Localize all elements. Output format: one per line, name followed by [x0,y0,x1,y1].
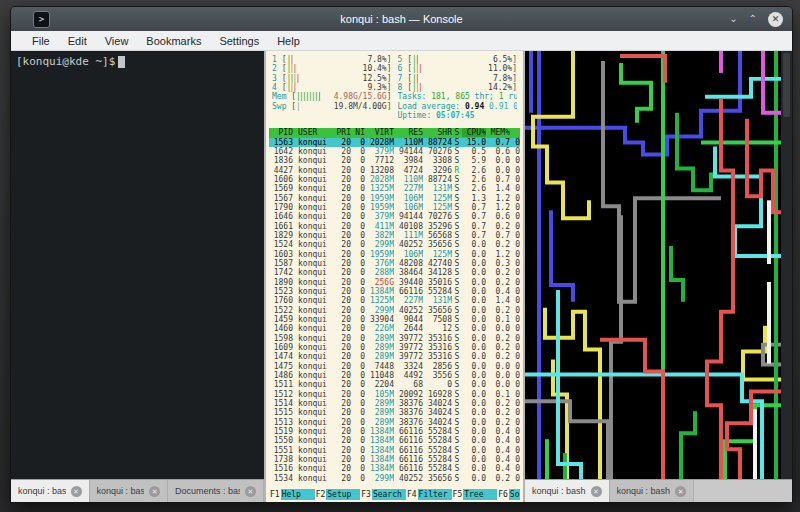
process-row[interactable]: 1836konqui200771239843308S5.90.00 [269,156,520,165]
scrollbar-thumb[interactable] [783,53,790,117]
process-row[interactable]: 1550konqui2001384M6611655284S0.00.40 [269,436,520,445]
column-header-PID[interactable]: PID [269,128,293,137]
process-row[interactable]: 1511konqui2002204680S0.00.00 [269,380,520,389]
process-row[interactable]: 1661konqui200411M4010835296S0.70.20 [269,222,520,231]
tab-label: konqui : bash [532,486,586,496]
tab[interactable]: Documents : bash✕ [168,480,264,502]
menu-item-file[interactable]: File [23,35,59,47]
process-row[interactable]: 1524konqui200299M4025235656S0.00.20 [269,240,520,249]
process-row[interactable]: 1606konqui2002028M110M88724S2.60.70 [269,175,520,184]
fkey-f2[interactable]: F2Setup [315,489,361,500]
process-row[interactable]: 1514konqui200289M3837634024S0.00.20 [269,399,520,408]
tab[interactable]: konqui : bash✕ [610,480,695,502]
konsole-window: > konqui : bash — Konsole ⌄ ⌃ ✕ FileEdit… [10,6,793,503]
tab-label: Documents : bash [175,486,240,496]
column-header-RES[interactable]: RES [394,128,423,137]
process-row[interactable]: 1522konqui200299M4025235656S0.00.20 [269,306,520,315]
process-row[interactable]: 1513konqui200289M3837634024S0.00.20 [269,417,520,426]
process-row[interactable]: 1475konqui200744833242856S0.00.00 [269,362,520,371]
process-row[interactable]: 1646konqui200379M9414470276S0.70.60 [269,212,520,221]
uptime-line: Uptime: 05:07:45 [398,111,518,120]
tasks-line: Tasks: 181, 865 thr; 1 runni [398,92,518,101]
tab-close-icon[interactable]: ✕ [675,486,686,497]
process-row[interactable]: 1534konqui200299M4025235656S0.00.20 [269,473,520,482]
process-row[interactable]: 1742konqui200288M3846434128S0.00.20 [269,268,520,277]
minimize-icon[interactable]: ⌄ [729,14,737,24]
tab-close-icon[interactable]: ✕ [71,486,82,497]
terminal-pane[interactable]: [konqui@kde ~]$ [11,51,264,479]
fkey-f1[interactable]: F1Help [269,489,315,500]
fkey-f4[interactable]: F4Filter [406,489,452,500]
tab-close-icon[interactable]: ✕ [591,486,602,497]
tab[interactable]: konqui : bash✕ [525,480,610,502]
process-row[interactable]: 1609konqui200289M3977235316S0.00.20 [269,343,520,352]
process-row[interactable]: 1519konqui2001384M6611655284S0.00.40 [269,427,520,436]
process-row[interactable]: 1760konqui2001325M227M131MS0.01.40 [269,296,520,305]
cpu-meter-5: 5 [||6.5%] [398,55,518,64]
desktop: > konqui : bash — Konsole ⌄ ⌃ ✕ FileEdit… [0,0,800,512]
column-header-NI[interactable]: NI [351,128,365,137]
process-row[interactable]: 1829konqui200382M111M56568S0.70.70 [269,231,520,240]
column-header-CPU%[interactable]: CPU% [462,128,486,137]
menu-item-view[interactable]: View [96,35,138,47]
tab-close-icon[interactable]: ✕ [149,486,160,497]
process-table-header[interactable]: PIDUSERPRINIVIRTRESSHRSCPU%MEM% [269,128,520,137]
process-row[interactable]: 1603konqui2001959M106M125MS0.01.20 [269,250,520,259]
process-row[interactable]: 4427konqui2001320847243296R2.60.00 [269,166,520,175]
process-row[interactable]: 1515konqui200289M3837634024S0.00.20 [269,408,520,417]
column-header-VIRT[interactable]: VIRT [365,128,394,137]
fkey-f6[interactable]: F6SortBy [497,489,520,500]
tab[interactable]: konqui : bash✕ [90,480,169,502]
process-row[interactable]: 1523konqui2001384M6611655284S0.00.40 [269,287,520,296]
process-row[interactable]: 1890konqui200256G3944035016S0.00.20 [269,278,520,287]
tab[interactable]: konqui : bash✕ [11,480,90,502]
column-header-PRI[interactable]: PRI [332,128,351,137]
process-row[interactable]: 1598konqui200289M3977235316S0.00.20 [269,334,520,343]
column-header-S[interactable]: S [452,128,462,137]
process-row[interactable]: 1474konqui200289M3977235316S0.00.20 [269,352,520,361]
process-row[interactable]: 1516konqui2001384M6611655284S0.00.40 [269,464,520,473]
titlebar[interactable]: > konqui : bash — Konsole ⌄ ⌃ ✕ [11,7,792,31]
window-content: [konqui@kde ~]$ konqui : bash✕konqui : b… [11,51,792,502]
process-row[interactable]: 1567konqui2001959M106M125MS1.31.20 [269,194,520,203]
cpu-meter-3: 3 [||||12.5%] [272,74,392,83]
pipes-scrollbar[interactable] [781,51,792,479]
process-row[interactable]: 1642konqui200379M9414470276S0.50.60 [269,147,520,156]
process-row[interactable]: 1460konqui200226M264412S0.00.00 [269,324,520,333]
menu-item-help[interactable]: Help [268,35,309,47]
process-row[interactable]: 1486konqui2001104844923556S0.00.00 [269,371,520,380]
menu-item-bookmarks[interactable]: Bookmarks [137,35,210,47]
cpu-meter-2: 2 [|||10.4%] [272,64,392,73]
process-row[interactable]: 1459konqui2003390490447508S0.00.10 [269,315,520,324]
column-header-SHR[interactable]: SHR [423,128,452,137]
fkey-f3[interactable]: F3Search [360,489,406,500]
pipes-art [525,51,781,479]
tab-label: konqui : bash [617,486,671,496]
window-controls: ⌄ ⌃ ✕ [729,7,783,31]
process-row[interactable]: 1563konqui2002028M110M88724S15.00.70 [269,138,520,147]
menu-item-settings[interactable]: Settings [210,35,268,47]
tab-label: konqui : bash [97,486,145,496]
process-row[interactable]: 1738konqui2001384M6611655284S0.00.40 [269,455,520,464]
tab-close-icon[interactable]: ✕ [245,486,256,497]
memory-meter: Mem [||||||||4.98G/15.6G] [272,92,392,101]
maximize-icon[interactable]: ⌃ [749,14,757,24]
left-tabbar: konqui : bash✕konqui : bash✕Documents : … [11,479,264,502]
process-row[interactable]: 1512konqui200105M2009216928S0.00.10 [269,389,520,398]
column-header-MEM%[interactable]: MEM% [486,128,510,137]
terminal-cursor [118,56,125,68]
function-key-bar: F1HelpF2SetupF3SearchF4FilterF5TreeF6Sor… [269,489,520,500]
process-row[interactable]: 1790konqui2001959M106M125MS0.71.20 [269,203,520,212]
swap-meter: Swp [|19.8M/4.00G] [272,102,392,111]
process-row[interactable]: 1551konqui2001384M6611655284S0.00.40 [269,445,520,454]
process-row[interactable]: 1587konqui200376M4820842740S0.00.30 [269,259,520,268]
menu-item-edit[interactable]: Edit [59,35,96,47]
middle-split: 1 [||7.8%]2 [|||10.4%]3 [||||12.5%]4 [||… [266,51,525,502]
pipes-pane[interactable] [525,51,792,479]
column-header-USER[interactable]: USER [293,128,332,137]
process-row[interactable]: 1569konqui2001325M227M131MS2.61.40 [269,184,520,193]
close-icon[interactable]: ✕ [768,12,783,27]
htop-pane[interactable]: 1 [||7.8%]2 [|||10.4%]3 [||||12.5%]4 [||… [266,51,523,502]
fkey-f5[interactable]: F5Tree [452,489,498,500]
htop-meters: 1 [||7.8%]2 [|||10.4%]3 [||||12.5%]4 [||… [269,55,520,120]
